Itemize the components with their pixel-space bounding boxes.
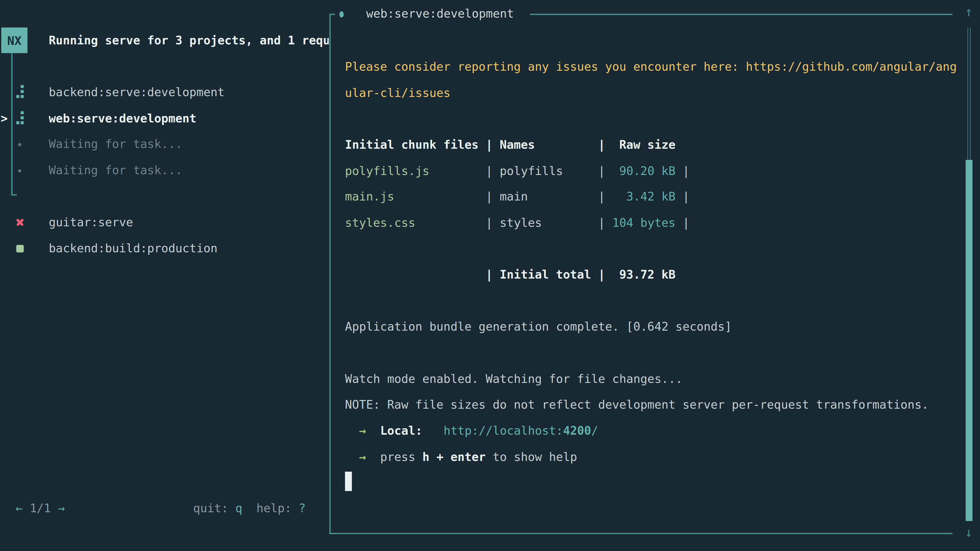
- task-row-waiting-for-task-[interactable]: Waiting for task...: [0, 131, 329, 157]
- block-cursor: [345, 472, 352, 491]
- task-row-guitar-serve[interactable]: guitar:serve: [0, 209, 329, 235]
- bundle-complete-line: Application bundle generation complete. …: [345, 314, 945, 340]
- cross-icon: [16, 218, 24, 227]
- blank: [345, 288, 945, 314]
- table-row-polyfills: polyfills.js | polyfills | 90.20 kB |: [345, 158, 945, 184]
- task-label: backend:build:production: [49, 235, 218, 262]
- scroll-down-icon[interactable]: ↓: [962, 526, 976, 539]
- spinner-icon: [16, 85, 25, 99]
- local-url-link[interactable]: http://localhost:: [444, 424, 563, 437]
- table-row-styles: styles.css | styles | 104 bytes |: [345, 210, 945, 236]
- table-row-main: main.js | main | 3.42 kB |: [345, 184, 945, 210]
- task-label: Waiting for task...: [49, 131, 183, 157]
- pager-spacer: [51, 502, 58, 515]
- dot-icon: [18, 143, 21, 146]
- help-key: ?: [299, 502, 306, 515]
- task-row-backend-build-production[interactable]: backend:build:production: [0, 235, 329, 262]
- nx-logo: NX: [1, 27, 27, 53]
- nx-terminal-ui: NX Running serve for 3 projects, and 1 r…: [0, 0, 980, 551]
- task-label: web:serve:development: [49, 106, 197, 132]
- pager-prev-icon[interactable]: ←: [16, 502, 23, 515]
- pager-label: [23, 502, 30, 515]
- task-group-rail-corner: [11, 194, 17, 196]
- panel-title: web:serve:development: [366, 0, 514, 27]
- task-row-backend-serve-development[interactable]: backend:serve:development: [0, 79, 329, 106]
- task-label: Waiting for task...: [49, 157, 183, 184]
- panel-border-top-stub: [329, 14, 335, 15]
- note-line: NOTE: Raw file sizes do not reflect deve…: [345, 392, 945, 418]
- scrollbar-thumb[interactable]: [966, 160, 973, 521]
- dot-icon: [18, 169, 21, 172]
- help-label: help:: [256, 502, 292, 515]
- quit-key: q: [235, 502, 242, 515]
- task-row-waiting-for-task-[interactable]: Waiting for task...: [0, 157, 329, 184]
- task-label: guitar:serve: [49, 209, 133, 235]
- issues-notice-line-2: ular-cli/issues: [345, 80, 945, 106]
- selected-chevron-icon: >: [0, 106, 8, 132]
- help-hint-line: → press h + enter to show help: [345, 444, 945, 470]
- pager-count: 1/1: [30, 502, 51, 515]
- table-total-row: | Initial total | 93.72 kB: [345, 262, 945, 288]
- panel-border-top: [530, 14, 953, 15]
- pager-next-icon[interactable]: →: [58, 502, 65, 515]
- quit-label: quit:: [193, 502, 228, 515]
- blank: [345, 106, 945, 132]
- watch-mode-line: Watch mode enabled. Watching for file ch…: [345, 366, 945, 392]
- page-title: Running serve for 3 projects, and 1 requ: [49, 27, 329, 54]
- blank: [345, 340, 945, 366]
- cursor-line: [345, 470, 945, 496]
- scroll-up-icon[interactable]: ↑: [962, 5, 976, 19]
- task-label: backend:serve:development: [49, 79, 224, 106]
- pager: ← 1/1 →: [16, 495, 65, 522]
- local-url-line: → Local: http://localhost:4200/: [345, 418, 945, 444]
- panel-border-left: [329, 14, 331, 534]
- issues-notice-line-1: Please consider reporting any issues you…: [345, 54, 945, 80]
- blank: [345, 236, 945, 262]
- scrollbar-track[interactable]: [967, 27, 970, 160]
- terminal-output: Please consider reporting any issues you…: [345, 54, 945, 496]
- keyboard-shortcuts: quit: q help: ?: [193, 495, 306, 522]
- task-row-web-serve-development[interactable]: >web:serve:development: [0, 106, 329, 132]
- spinner-icon: [16, 111, 25, 125]
- task-status-bullet-icon: [339, 11, 344, 17]
- panel-border-bottom: [329, 533, 953, 534]
- table-header: Initial chunk files | Names | Raw size: [345, 132, 945, 158]
- square-icon: [16, 245, 24, 252]
